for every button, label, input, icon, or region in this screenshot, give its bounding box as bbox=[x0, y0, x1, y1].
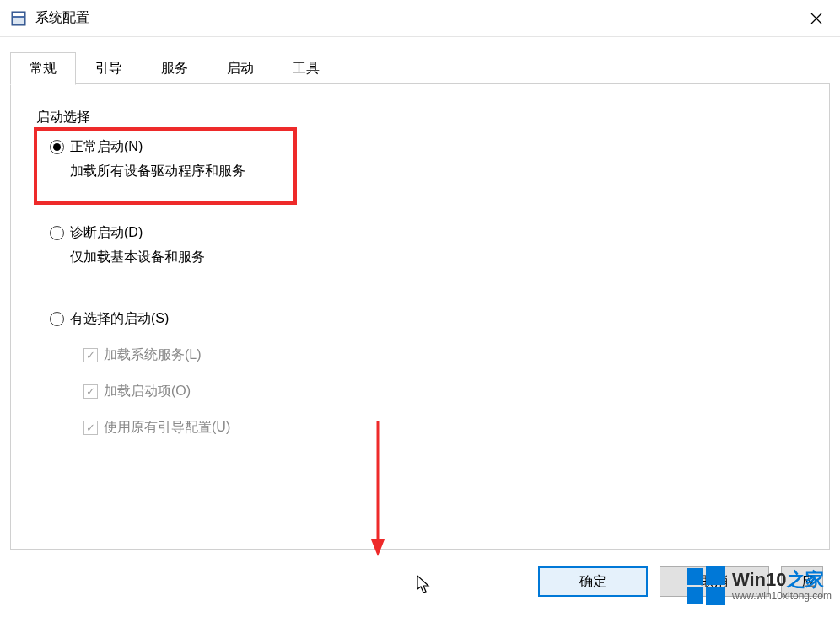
svg-marker-7 bbox=[417, 576, 428, 593]
watermark-url: www.win10xitong.com bbox=[732, 591, 832, 602]
tab-boot[interactable]: 引导 bbox=[76, 52, 142, 85]
checkbox-icon bbox=[83, 348, 98, 362]
svg-rect-8 bbox=[687, 568, 703, 585]
watermark-suffix: 之家 bbox=[787, 569, 824, 590]
tab-label: 常规 bbox=[30, 61, 57, 75]
radio-label: 正常启动(N) bbox=[70, 138, 143, 156]
checkbox-icon bbox=[83, 421, 98, 435]
watermark-text: Win10之家 www.win10xitong.com bbox=[732, 570, 832, 601]
msconfig-window: 系统配置 常规 引导 服务 启动 工具 启动选择 正常启动(N) 加载所有设备驱… bbox=[0, 0, 840, 617]
tab-label: 工具 bbox=[293, 61, 320, 75]
radio-label: 诊断启动(D) bbox=[70, 224, 143, 242]
radio-diagnostic-startup[interactable]: 诊断启动(D) bbox=[50, 224, 804, 242]
svg-rect-1 bbox=[13, 13, 24, 16]
radio-icon bbox=[50, 312, 64, 326]
checkbox-icon bbox=[83, 384, 98, 399]
tab-tools[interactable]: 工具 bbox=[273, 52, 339, 85]
tab-startup[interactable]: 启动 bbox=[207, 52, 273, 85]
radio-description: 仅加载基本设备和服务 bbox=[70, 249, 804, 266]
app-icon bbox=[10, 10, 27, 27]
button-label: 确定 bbox=[579, 573, 606, 591]
titlebar: 系统配置 bbox=[0, 0, 840, 37]
tab-label: 服务 bbox=[161, 61, 188, 75]
tab-bar: 常规 引导 服务 启动 工具 bbox=[10, 52, 840, 85]
checkbox-load-services: 加载系统服务(L) bbox=[83, 346, 804, 364]
tab-services[interactable]: 服务 bbox=[142, 52, 207, 85]
startup-selection-group: 启动选择 正常启动(N) 加载所有设备驱动程序和服务 诊断启动(D) 仅加载基本… bbox=[36, 104, 804, 437]
mouse-cursor-icon bbox=[416, 574, 433, 594]
svg-rect-2 bbox=[13, 18, 24, 24]
watermark-title: Win10之家 bbox=[732, 570, 832, 590]
radio-description: 加载所有设备驱动程序和服务 bbox=[70, 163, 804, 180]
watermark: Win10之家 www.win10xitong.com bbox=[687, 566, 832, 605]
window-title: 系统配置 bbox=[35, 9, 89, 27]
radio-label: 有选择的启动(S) bbox=[70, 310, 169, 328]
tab-label: 启动 bbox=[227, 61, 254, 75]
radio-normal-startup[interactable]: 正常启动(N) bbox=[50, 138, 804, 156]
checkbox-label: 加载启动项(O) bbox=[104, 383, 191, 400]
checkbox-load-startup: 加载启动项(O) bbox=[83, 383, 804, 400]
tab-border bbox=[10, 83, 830, 84]
ok-button[interactable]: 确定 bbox=[538, 566, 648, 597]
svg-rect-9 bbox=[706, 566, 725, 585]
windows-logo-icon bbox=[687, 566, 725, 605]
radio-selective-startup[interactable]: 有选择的启动(S) bbox=[50, 310, 804, 328]
svg-rect-10 bbox=[687, 587, 703, 604]
close-button[interactable] bbox=[806, 8, 827, 29]
tab-label: 引导 bbox=[95, 61, 122, 75]
checkbox-original-boot: 使用原有引导配置(U) bbox=[83, 419, 804, 437]
group-title: 启动选择 bbox=[36, 109, 804, 126]
tab-content: 启动选择 正常启动(N) 加载所有设备驱动程序和服务 诊断启动(D) 仅加载基本… bbox=[10, 83, 830, 550]
radio-icon bbox=[50, 226, 64, 240]
radio-icon bbox=[50, 140, 64, 154]
watermark-prefix: Win10 bbox=[732, 569, 787, 590]
svg-rect-11 bbox=[706, 587, 725, 605]
tab-general[interactable]: 常规 bbox=[10, 52, 76, 85]
checkbox-label: 使用原有引导配置(U) bbox=[104, 419, 230, 437]
checkbox-label: 加载系统服务(L) bbox=[104, 346, 202, 364]
